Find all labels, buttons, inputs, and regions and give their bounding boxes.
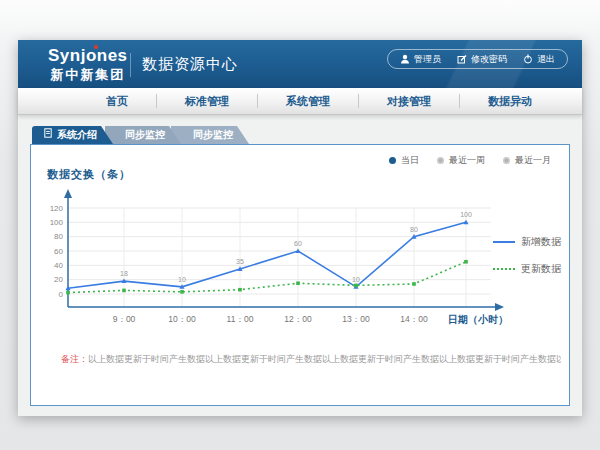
edit-icon bbox=[457, 54, 467, 64]
radio-icon bbox=[437, 157, 444, 164]
data-point-label: 80 bbox=[410, 226, 418, 233]
admin-label: 管理员 bbox=[414, 53, 441, 66]
logout-label: 退出 bbox=[537, 53, 555, 66]
header-divider bbox=[130, 53, 131, 77]
x-tick-label: 10：00 bbox=[168, 314, 196, 324]
x-tick-label: 12：00 bbox=[284, 314, 312, 324]
content-panel: 当日 最近一周 最近一月 数据交换（条） 0204060801001209：00… bbox=[30, 144, 570, 406]
y-tick-label: 40 bbox=[54, 261, 63, 270]
data-point bbox=[296, 281, 300, 285]
admin-menu[interactable]: 管理员 bbox=[400, 53, 441, 66]
logout-button[interactable]: 退出 bbox=[523, 53, 555, 66]
x-tick-label: 11：00 bbox=[227, 314, 254, 324]
data-point-label: 18 bbox=[120, 270, 128, 277]
nav-item-home[interactable]: 首页 bbox=[78, 94, 157, 108]
data-point bbox=[412, 282, 416, 286]
user-toolbar: 管理员 修改密码 退出 bbox=[387, 49, 568, 69]
solid-line-swatch bbox=[493, 241, 515, 243]
data-point bbox=[66, 291, 70, 295]
company-logo: Synjones 新中新集团 bbox=[48, 46, 128, 84]
data-point-label: 60 bbox=[294, 240, 302, 247]
filter-label: 当日 bbox=[401, 154, 419, 167]
radio-icon bbox=[389, 157, 396, 164]
line-chart: 0204060801001209：0010：0011：0012：0013：001… bbox=[46, 183, 546, 333]
x-tick-label: 9：00 bbox=[113, 314, 136, 324]
data-point bbox=[180, 290, 184, 294]
data-point bbox=[464, 260, 468, 264]
filter-last-month[interactable]: 最近一月 bbox=[503, 154, 551, 167]
change-password-button[interactable]: 修改密码 bbox=[457, 53, 507, 66]
data-point-label: 35 bbox=[236, 258, 244, 265]
y-tick-label: 80 bbox=[54, 232, 63, 241]
data-point-label: 10 bbox=[178, 276, 186, 283]
y-tick-label: 0 bbox=[59, 290, 64, 299]
data-point-label: 10 bbox=[352, 276, 360, 283]
y-tick-label: 120 bbox=[50, 204, 64, 213]
y-axis-arrow-icon bbox=[64, 189, 72, 198]
footnote-prefix: 备注： bbox=[61, 354, 88, 364]
tab-system-intro[interactable]: 系统介绍 bbox=[32, 126, 113, 144]
y-tick-label: 100 bbox=[50, 218, 64, 227]
tab-sync-monitor-1[interactable]: 同步监控 bbox=[105, 126, 181, 144]
legend-item-new-data: 新增数据 bbox=[493, 235, 561, 249]
data-point bbox=[122, 289, 126, 293]
nav-item-data-change[interactable]: 数据异动 bbox=[460, 94, 560, 108]
x-axis-title: 日期（小时） bbox=[448, 314, 508, 325]
tab-label: 同步监控 bbox=[125, 126, 165, 144]
filter-today[interactable]: 当日 bbox=[389, 154, 419, 167]
power-icon bbox=[523, 54, 533, 64]
tab-label: 同步监控 bbox=[193, 126, 233, 144]
tab-label: 系统介绍 bbox=[57, 126, 97, 144]
x-axis-arrow-icon bbox=[495, 303, 504, 311]
nav-item-standard-management[interactable]: 标准管理 bbox=[157, 94, 258, 108]
y-tick-label: 60 bbox=[54, 247, 63, 256]
app-window: Synjones 新中新集团 数据资源中心 管理员 修改密码 bbox=[18, 40, 582, 416]
nav-item-connection-management[interactable]: 对接管理 bbox=[359, 94, 460, 108]
user-icon bbox=[400, 54, 410, 64]
change-password-label: 修改密码 bbox=[471, 53, 507, 66]
data-point bbox=[354, 284, 358, 288]
logo-text-en: Synjones bbox=[48, 46, 128, 66]
data-point-label: 100 bbox=[460, 211, 472, 218]
legend-label: 更新数据 bbox=[521, 262, 561, 276]
data-point bbox=[238, 288, 242, 292]
legend-label: 新增数据 bbox=[521, 235, 561, 249]
filter-label: 最近一周 bbox=[449, 154, 485, 167]
x-tick-label: 14：00 bbox=[400, 314, 428, 324]
footnote: 备注：以上数据更新于时间产生数据以上数据更新于时间产生数据以上数据更新于时间产生… bbox=[61, 353, 561, 366]
y-axis-title: 数据交换（条） bbox=[47, 167, 131, 182]
x-tick-label: 13：00 bbox=[342, 314, 370, 324]
tab-bar: 系统介绍 同步监控 同步监控 bbox=[32, 126, 249, 144]
nav-item-system-management[interactable]: 系统管理 bbox=[258, 94, 359, 108]
series-line-1 bbox=[68, 262, 466, 293]
time-range-filters: 当日 最近一周 最近一月 bbox=[389, 154, 551, 167]
app-title: 数据资源中心 bbox=[142, 55, 238, 74]
filter-label: 最近一月 bbox=[515, 154, 551, 167]
logo-text-cn: 新中新集团 bbox=[48, 66, 128, 84]
legend-item-update-data: 更新数据 bbox=[493, 262, 561, 276]
filter-last-week[interactable]: 最近一周 bbox=[437, 154, 485, 167]
chart-legend: 新增数据 更新数据 bbox=[493, 235, 561, 276]
tab-sync-monitor-2[interactable]: 同步监控 bbox=[171, 126, 249, 144]
dotted-line-swatch bbox=[493, 268, 515, 270]
header: Synjones 新中新集团 数据资源中心 管理员 修改密码 bbox=[18, 40, 582, 88]
main-nav: 首页 标准管理 系统管理 对接管理 数据异动 bbox=[18, 88, 582, 115]
series-line-0 bbox=[68, 222, 466, 288]
footnote-text: 以上数据更新于时间产生数据以上数据更新于时间产生数据以上数据更新于时间产生数据以… bbox=[88, 354, 561, 364]
radio-icon bbox=[503, 157, 510, 164]
y-tick-label: 20 bbox=[54, 275, 63, 284]
document-icon bbox=[44, 126, 52, 144]
